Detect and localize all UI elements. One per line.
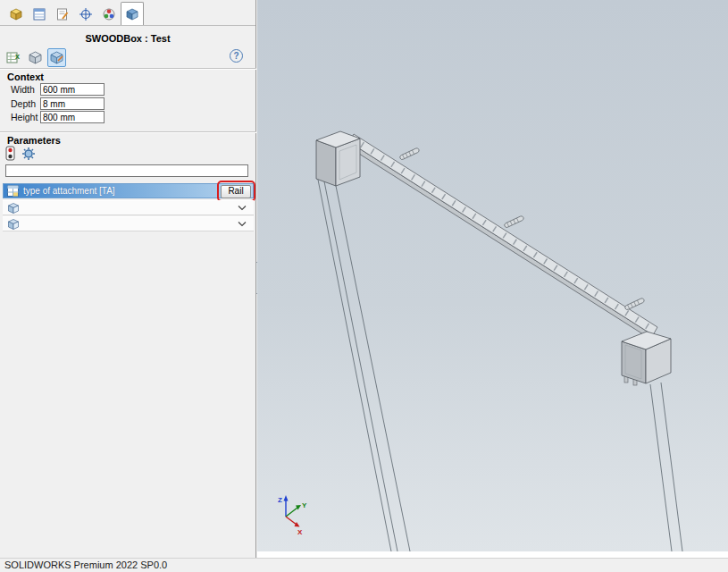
rail (349, 134, 657, 341)
viewport-bottom-strip (257, 551, 728, 558)
dowel (399, 147, 420, 160)
graphics-viewport[interactable]: Z Y X (257, 0, 728, 551)
depth-input[interactable] (40, 97, 105, 110)
propertymanager-tabbar (0, 0, 255, 26)
property-manager-panel: SWOODBox : Test x ? Context Width Depth … (0, 0, 256, 558)
chevron-down-icon (238, 205, 247, 211)
box-edit-icon[interactable] (47, 48, 66, 67)
parameters-group-label: Parameters (7, 135, 61, 146)
cube-icon[interactable] (26, 48, 45, 67)
attachment-table-icon (7, 185, 19, 197)
status-text: SOLIDWORKS Premium 2022 SP0.0 (4, 559, 167, 570)
triad-x-label: X (297, 528, 303, 536)
tab-sheet[interactable] (51, 2, 74, 25)
width-label: Width (11, 84, 40, 95)
gear-icon[interactable] (21, 147, 36, 161)
dowel (624, 298, 645, 310)
parameters-toolbar (5, 146, 36, 161)
appearance-ball-icon (102, 7, 116, 21)
help-icon[interactable]: ? (230, 49, 243, 63)
dowel (504, 215, 524, 228)
model-canvas: Z Y X (257, 0, 728, 551)
triad-y-label: Y (302, 501, 307, 509)
tab-swood-box[interactable] (121, 2, 144, 25)
design-list-icon (32, 7, 46, 21)
height-input[interactable] (40, 111, 105, 123)
domino-icon[interactable] (5, 146, 15, 161)
height-label: Height (11, 112, 40, 122)
crosshair-icon (79, 7, 93, 21)
sheet-pencil-icon (55, 7, 70, 21)
width-field-row: Width (11, 83, 105, 96)
chevron-down-icon (238, 221, 247, 227)
status-bar: SOLIDWORKS Premium 2022 SP0.0 (0, 558, 728, 572)
tab-dimension[interactable] (74, 2, 97, 25)
page-title: SWOODBox : Test (0, 33, 255, 44)
attachment-parameter-row[interactable]: type of attachment [TA] (3, 183, 254, 198)
tab-design-list[interactable] (28, 2, 51, 25)
cube-icon (7, 202, 20, 214)
width-input[interactable] (40, 83, 105, 96)
tab-appearance[interactable] (97, 2, 121, 25)
attachment-label: type of attachment [TA] (23, 186, 115, 196)
parameter-filter-input[interactable] (5, 164, 248, 177)
rail-button[interactable]: Rail (221, 185, 251, 198)
depth-label: Depth (11, 98, 40, 109)
orientation-triad: Z Y X (278, 495, 307, 536)
context-group-label: Context (7, 72, 44, 82)
svg-text:x: x (15, 52, 20, 61)
spreadsheet-icon[interactable]: x (4, 48, 23, 67)
cube-icon (7, 218, 20, 231)
divider (0, 68, 256, 70)
collapsed-parameter-row[interactable] (3, 200, 254, 215)
triad-z-label: Z (278, 496, 282, 504)
height-field-row: Height (11, 111, 105, 123)
tab-model[interactable] (4, 2, 28, 25)
divider (0, 131, 256, 133)
swood-box-icon (125, 7, 139, 21)
right-box (622, 332, 671, 385)
left-box (316, 131, 360, 186)
collapsed-parameter-row[interactable] (3, 216, 254, 231)
model-cube-icon (9, 7, 23, 21)
depth-field-row: Depth (11, 97, 105, 110)
pm-toolbar: x (4, 47, 66, 67)
